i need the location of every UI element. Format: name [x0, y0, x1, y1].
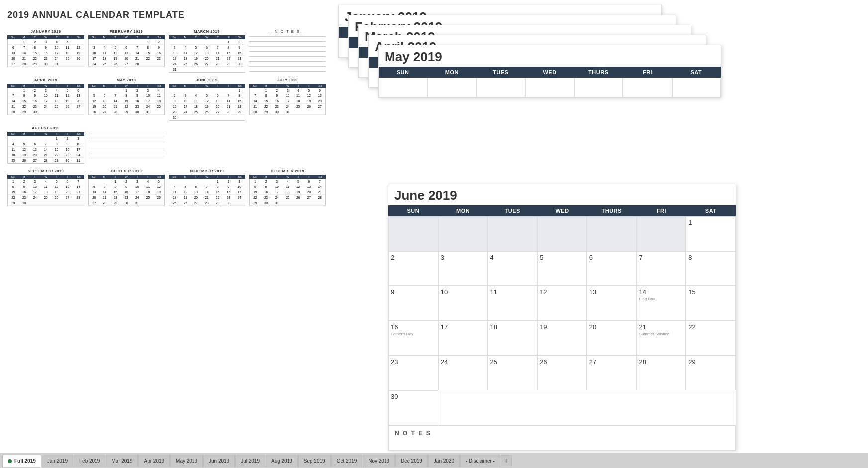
- tab-full-2019[interactable]: Full 2019: [2, 455, 41, 467]
- right-panel: January 2019 SUNMONTUESWEDTHURSFRISAT Fe…: [333, 0, 868, 453]
- tab-oct-2019[interactable]: Oct 2019: [331, 455, 363, 467]
- month-day: 5: [537, 251, 587, 286]
- tab-jun-2019[interactable]: Jun 2019: [203, 455, 235, 467]
- month-day: 18: [487, 321, 537, 356]
- month-day: 26: [537, 356, 587, 390]
- tab-may-2019[interactable]: May 2019: [170, 455, 203, 467]
- mini-cal-feb: FEBRUARY 2019 SuMTWTFSa 12 3456789 10111…: [88, 29, 165, 73]
- month-day: 11: [487, 286, 537, 321]
- annual-title: 2019 ANNUAL CALENDAR TEMPLATE: [7, 10, 326, 20]
- mini-cal-jun: JUNE 2019 SuMTWTFSa 1 2345678 9101112131…: [169, 78, 245, 121]
- mini-cal-mar: MARCH 2019 SuMTWTFSa 12 3456789 10111213…: [169, 29, 245, 73]
- mini-cal-jan: JANUARY 2019 SuMTWTFSa 12345 6789101112 …: [7, 29, 84, 73]
- month-day: 25: [487, 356, 537, 390]
- month-day: 6: [587, 251, 637, 286]
- tab-jan-2019[interactable]: Jan 2019: [42, 455, 73, 467]
- month-day: 20: [587, 321, 637, 356]
- tab-disclaimer[interactable]: - Disclaimer -: [460, 455, 500, 467]
- mini-cal-may: MAY 2019 SuMTWTFSa 1234 567891011 121314…: [88, 78, 165, 121]
- month-day: 30: [388, 390, 438, 425]
- stacked-may: May 2019 SUNMONTUESWEDTHURSFRISAT: [378, 45, 721, 98]
- mini-cal-nov: NOVEMBER 2019 SuMTWTFSa 123 45678910 111…: [169, 169, 245, 206]
- month-day: 21Summer Solstice: [637, 321, 686, 356]
- stacked-jun: June 2019 SUN MON TUES WED THURS FRI SAT…: [388, 184, 736, 451]
- month-day: 28: [637, 356, 686, 390]
- month-day: 7: [637, 251, 686, 286]
- mini-cal-sep: SEPTEMBER 2019 SuMTWTFSa 1234567 8910111…: [7, 169, 84, 206]
- left-panel: 2019 ANNUAL CALENDAR TEMPLATE JANUARY 20…: [0, 0, 333, 453]
- mini-cal-apr: APRIL 2019 SuMTWTFSa 123456 78910111213 …: [7, 78, 84, 121]
- jun-title: June 2019: [388, 184, 736, 205]
- month-day: [537, 216, 587, 251]
- month-day: 10: [438, 286, 488, 321]
- month-day: 17: [438, 321, 488, 356]
- mini-cal-aug: AUGUST 2019 SuMTWTFSa 123 45678910 11121…: [7, 126, 84, 164]
- notes-lines-2: [88, 126, 165, 164]
- notes-label: N O T E S: [388, 425, 736, 450]
- month-day: 27: [587, 356, 637, 390]
- month-day: 13: [587, 286, 637, 321]
- month-day: 4: [487, 251, 537, 286]
- month-day: 8: [686, 251, 736, 286]
- month-day: 1: [686, 216, 736, 251]
- notes-title: — N O T E S —: [249, 29, 326, 34]
- month-day: 12: [537, 286, 587, 321]
- mini-cal-oct: OCTOBER 2019 SuMTWTFSa 12345 6789101112 …: [88, 169, 165, 206]
- month-day: 16Father's Day: [388, 321, 438, 356]
- mini-cal-jul: JULY 2019 SuMTWTFSa 123456 78910111213 1…: [249, 78, 326, 121]
- month-day: 19: [537, 321, 587, 356]
- month-day: 9: [388, 286, 438, 321]
- month-day: 14Flag Day: [637, 286, 686, 321]
- tab-nov-2019[interactable]: Nov 2019: [363, 455, 395, 467]
- tab-bar: Full 2019 Jan 2019 Feb 2019 Mar 2019 Apr…: [0, 453, 868, 468]
- tab-aug-2019[interactable]: Aug 2019: [266, 455, 298, 467]
- month-day: 29: [686, 356, 736, 390]
- tab-jan-2020[interactable]: Jan 2020: [428, 455, 460, 467]
- month-day: 24: [438, 356, 488, 390]
- month-day: [587, 216, 637, 251]
- add-tab-button[interactable]: +: [501, 455, 512, 466]
- notes-column: — N O T E S —: [249, 29, 326, 73]
- month-day: [438, 216, 488, 251]
- month-day: [637, 216, 686, 251]
- may-title: May 2019: [379, 45, 721, 67]
- month-day: [388, 216, 438, 251]
- tab-feb-2019[interactable]: Feb 2019: [74, 455, 105, 467]
- tab-jul-2019[interactable]: Jul 2019: [235, 455, 265, 467]
- month-day: 2: [388, 251, 438, 286]
- tab-sep-2019[interactable]: Sep 2019: [298, 455, 331, 467]
- tab-mar-2019[interactable]: Mar 2019: [106, 455, 138, 467]
- tab-dec-2019[interactable]: Dec 2019: [395, 455, 428, 467]
- mini-cal-dec: DECEMBER 2019 SuMTWTFSa 1234567 89101112…: [249, 169, 326, 206]
- month-day: 15: [686, 286, 736, 321]
- month-day: 3: [438, 251, 488, 286]
- month-day: 22: [686, 321, 736, 356]
- tab-apr-2019[interactable]: Apr 2019: [138, 455, 170, 467]
- month-day: [487, 216, 537, 251]
- month-day: 23: [388, 356, 438, 390]
